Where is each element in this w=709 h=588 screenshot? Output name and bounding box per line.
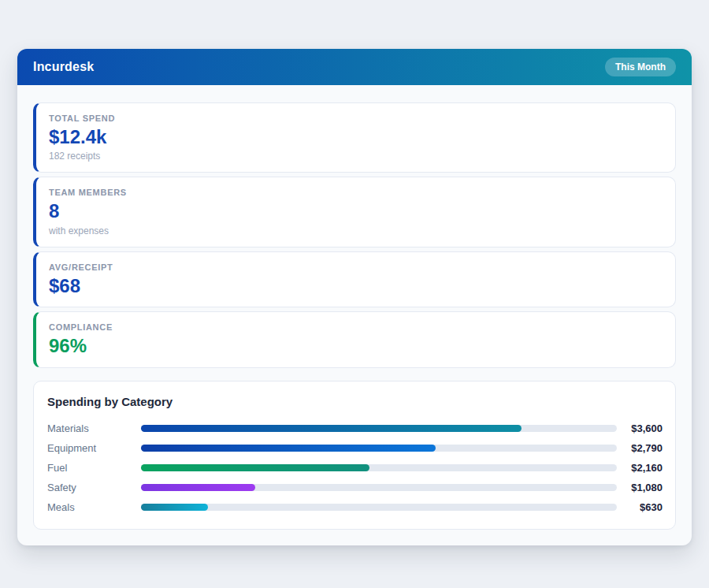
category-label: Materials — [47, 422, 141, 434]
stat-label: AVG/RECEIPT — [49, 262, 663, 272]
bar-track — [141, 425, 617, 432]
stat-value: 96% — [49, 336, 663, 356]
category-label: Fuel — [47, 462, 141, 474]
stat-value: 8 — [49, 201, 663, 221]
stat-label: TEAM MEMBERS — [49, 188, 663, 197]
category-label: Meals — [47, 501, 141, 513]
category-row-fuel: Fuel $2,160 — [47, 458, 663, 478]
category-value: $1,080 — [617, 482, 663, 493]
bar-fill — [141, 484, 255, 491]
stat-subtext: 182 receipts — [49, 151, 663, 162]
category-row-equipment: Equipment $2,790 — [47, 438, 663, 458]
bar-fill — [141, 504, 208, 511]
stat-value: $12.4k — [49, 127, 663, 147]
category-label: Equipment — [47, 442, 141, 454]
app-header: Incurdesk This Month — [17, 49, 692, 85]
category-value: $2,160 — [617, 462, 663, 474]
stat-label: TOTAL SPEND — [49, 114, 663, 123]
category-value: $630 — [617, 501, 663, 513]
stat-subtext: with expenses — [49, 225, 663, 236]
category-row-safety: Safety $1,080 — [47, 478, 663, 497]
bar-track — [141, 464, 617, 471]
stat-card-compliance: COMPLIANCE 96% — [33, 311, 676, 367]
bar-track — [141, 504, 617, 511]
app-title: Incurdesk — [33, 60, 94, 74]
app-panel: Incurdesk This Month TOTAL SPEND $12.4k … — [17, 49, 692, 545]
stat-value: $68 — [49, 276, 663, 296]
category-row-materials: Materials $3,600 — [47, 419, 663, 438]
bar-fill — [141, 445, 436, 452]
bar-track — [141, 484, 617, 491]
stat-card-team-members: TEAM MEMBERS 8 with expenses — [33, 177, 676, 247]
category-spending-card: Spending by Category Materials $3,600 Eq… — [33, 381, 676, 530]
panel-body: TOTAL SPEND $12.4k 182 receipts TEAM MEM… — [17, 85, 692, 545]
stat-label: COMPLIANCE — [49, 322, 663, 332]
stat-card-avg-receipt: AVG/RECEIPT $68 — [33, 251, 676, 307]
category-row-meals: Meals $630 — [47, 497, 663, 517]
category-label: Safety — [47, 482, 141, 493]
card-title: Spending by Category — [47, 395, 663, 408]
stat-card-total-spend: TOTAL SPEND $12.4k 182 receipts — [33, 102, 676, 173]
bar-fill — [141, 464, 369, 471]
bar-track — [141, 445, 617, 452]
period-badge[interactable]: This Month — [605, 58, 676, 76]
category-value: $2,790 — [617, 442, 663, 454]
category-value: $3,600 — [617, 422, 663, 434]
bar-fill — [141, 425, 522, 432]
